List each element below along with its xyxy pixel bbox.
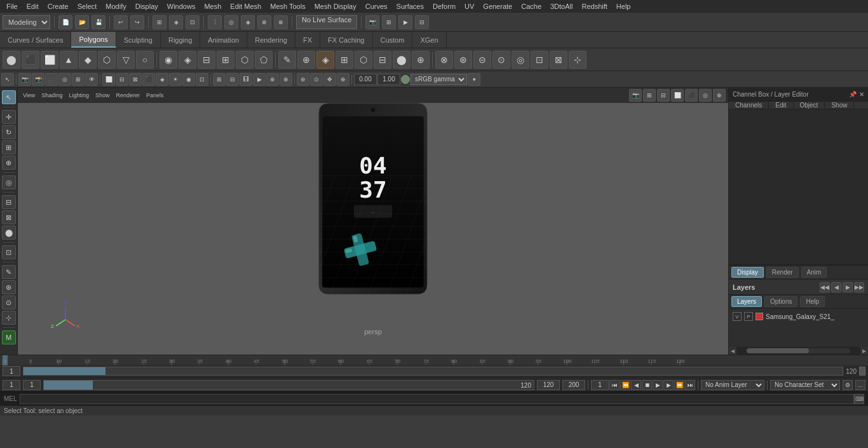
render-btn[interactable]: ▶ [398,15,412,29]
menu-windows[interactable]: Windows [163,1,200,11]
ch-tab-show[interactable]: Show [825,102,854,109]
snap-view-btn[interactable]: ⊕ [257,15,271,29]
current-frame-input[interactable] [591,380,609,390]
pan-btn[interactable]: ✥ [323,73,336,86]
tab-rigging[interactable]: Rigging [161,32,200,48]
viewport[interactable]: View Shading Lighting Show Renderer Pane… [18,88,728,355]
tab-fx[interactable]: FX [295,32,320,48]
gamma-select[interactable]: sRGB gamma [410,74,467,85]
bottom-slider[interactable]: 120 [43,380,534,390]
vp-display2-btn[interactable]: ⊟ [657,89,670,102]
tab-xgen[interactable]: XGen [412,32,446,48]
xray-left-btn[interactable]: ⊠ [2,210,16,224]
shelf-merge[interactable]: ⊗ [435,51,453,69]
xray-btn[interactable]: ⊡ [196,73,208,86]
vp-display3-btn[interactable]: ⬜ [671,89,684,102]
shelf-connect[interactable]: ⊞ [336,51,353,69]
menu-edit[interactable]: Edit [23,1,43,11]
char-set-select[interactable]: No Character Set [770,380,840,390]
layer-row[interactable]: V P Samsung_Galaxy_S21_ [730,310,867,323]
mel-icon[interactable]: ⌨ [854,394,864,404]
menu-redshift[interactable]: Redshift [578,1,611,11]
menu-edit-mesh[interactable]: Edit Mesh [226,1,265,11]
render-tab[interactable]: Render [766,267,799,278]
scroll-right-arrow[interactable]: ▶ [860,347,868,355]
tab-rendering[interactable]: Rendering [247,32,295,48]
tab-polygons[interactable]: Polygons [71,32,116,48]
timeline-slider[interactable] [23,367,843,376]
shelf-plane[interactable]: ▽ [117,51,135,69]
gamma-menu-btn[interactable]: ▾ [468,73,480,86]
smooth-wire-btn[interactable]: ⊠ [129,73,142,86]
pb-stop[interactable]: ⏹ [642,380,652,390]
layer-v-btn[interactable]: V [733,312,742,321]
shelf-collapse[interactable]: ⊕ [412,51,430,69]
xray-active-btn[interactable]: ⬤ [2,226,16,240]
playback-btn[interactable]: ▶ [253,73,266,86]
char-set-extra-btn[interactable]: … [855,380,865,390]
menu-mesh-display[interactable]: Mesh Display [311,1,360,11]
wireframe-btn[interactable]: ⊟ [116,73,128,86]
snap-curve-btn[interactable]: ◎ [224,15,238,29]
vp-menu-panels[interactable]: Panels [144,92,166,99]
shelf-smooth[interactable]: ◎ [512,51,529,69]
vp-menu-lighting[interactable]: Lighting [66,92,92,99]
isolate-btn[interactable]: ◎ [58,73,71,86]
shelf-gear[interactable]: ⊞ [217,51,234,69]
layer-nav-first[interactable]: ◀◀ [820,282,830,292]
menu-modify[interactable]: Modify [102,1,130,11]
select-mode-btn[interactable]: ↖ [1,73,14,86]
shelf-extrude[interactable]: ⊕ [297,51,315,69]
ch-tab-channels[interactable]: Channels [729,102,769,109]
scale-tool-btn[interactable]: ⊞ [2,140,16,154]
scroll-left-arrow[interactable]: ◀ [729,347,736,355]
hardware-btn[interactable]: ⊕ [266,73,279,86]
pb-step-fwd[interactable]: ⏩ [674,380,684,390]
menu-curves[interactable]: Curves [362,1,391,11]
menu-file[interactable]: File [3,1,22,11]
panel-pin-btn[interactable]: 📌 [849,91,857,98]
shelf-diamond[interactable]: ◆ [79,51,97,69]
open-file-btn[interactable]: 📂 [75,15,89,29]
shelf-cube[interactable]: ⬛ [22,51,39,69]
show-hide-btn[interactable]: 👁 [85,73,98,86]
menu-generate[interactable]: Generate [479,1,516,11]
shadow-btn[interactable]: ◉ [182,73,195,86]
value2-input[interactable] [377,74,400,85]
select-tool-btn[interactable]: ⊞ [153,15,166,29]
shelf-sphere[interactable]: ⬤ [3,51,20,69]
vp-render-btn[interactable]: 📷 [629,89,642,102]
timeline-start-input[interactable] [3,366,20,376]
lasso-btn[interactable]: ◈ [169,15,183,29]
shelf-cube-wire[interactable]: ⬜ [41,51,58,69]
menu-uv[interactable]: UV [461,1,478,11]
resolution-btn[interactable]: ⊞ [382,15,396,29]
menu-create[interactable]: Create [44,1,72,11]
menu-mesh[interactable]: Mesh [200,1,225,11]
shelf-pipe[interactable]: ⊟ [198,51,215,69]
menu-display[interactable]: Display [132,1,162,11]
shelf-ico[interactable]: ◉ [159,51,177,69]
menu-help[interactable]: Help [613,1,635,11]
range-end-input[interactable] [537,380,560,390]
vp-menu-shading[interactable]: Shading [39,92,65,99]
pb-go-end[interactable]: ⏭ [685,380,695,390]
grid-btn[interactable]: ⊞ [213,73,226,86]
shelf-pencil[interactable]: ✎ [278,51,296,69]
cameras-btn[interactable]: 🎞 [240,73,252,86]
layer-scroll-track[interactable] [747,348,850,353]
tab-fx-caching[interactable]: FX Caching [320,32,372,48]
anim-btn[interactable]: ⊙ [310,73,323,86]
shelf-soccer[interactable]: ⬠ [255,51,273,69]
anim-tab[interactable]: Anim [801,267,827,278]
vp-display1-btn[interactable]: ⊞ [643,89,656,102]
frame-field-2[interactable] [23,380,41,390]
vp-display6-btn[interactable]: ⊕ [713,89,726,102]
select-tool-left-btn[interactable]: ↖ [2,90,16,104]
bbox-btn[interactable]: ⬜ [102,73,115,86]
workspace-selector[interactable]: Modeling [3,15,50,29]
symmetry-btn[interactable]: ⊡ [2,245,16,259]
mel-input[interactable] [20,394,854,404]
vp-menu-renderer[interactable]: Renderer [113,92,142,99]
shelf-target-weld[interactable]: ⊛ [454,51,472,69]
